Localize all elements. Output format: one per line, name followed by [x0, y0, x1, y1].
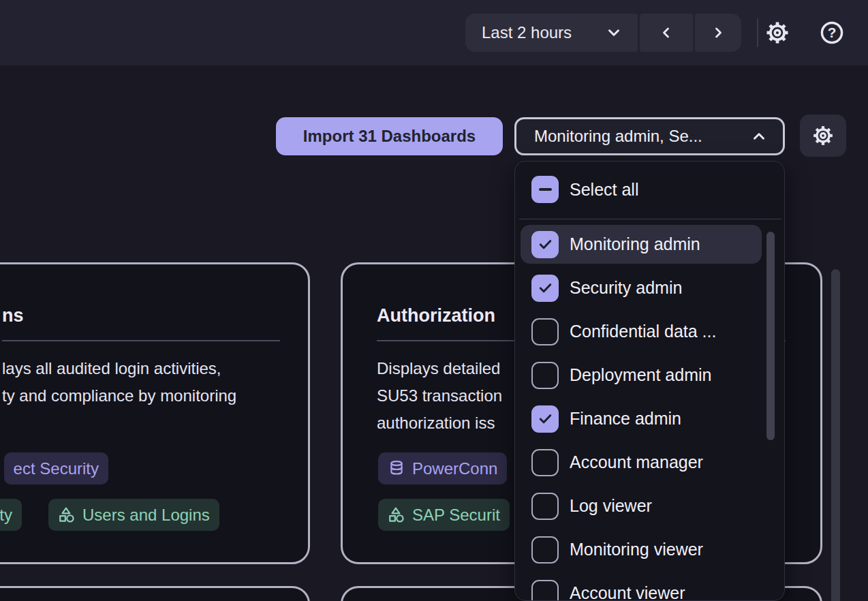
checkbox-unchecked[interactable]	[531, 536, 559, 564]
gear-icon	[764, 20, 790, 46]
tag-label: Users and Logins	[82, 506, 210, 525]
time-range-next-button[interactable]	[695, 14, 741, 52]
dropdown-option[interactable]: Monitoring admin	[521, 225, 762, 264]
card-description-line: lays all audited login activities,	[2, 355, 236, 382]
minus-icon	[539, 188, 552, 191]
select-all-label: Select all	[570, 180, 638, 200]
checkbox-unchecked[interactable]	[531, 580, 559, 601]
card-title: Authorization	[377, 304, 495, 327]
dropdown-option-label: Monitoring viewer	[570, 540, 703, 559]
checkbox-unchecked[interactable]	[531, 362, 559, 389]
help-icon: ?	[819, 20, 845, 46]
dropdown-option[interactable]: Confidential data ...	[521, 312, 762, 351]
dropdown-option-label: Confidential data ...	[570, 322, 716, 341]
card-title: ns	[2, 304, 24, 327]
dropdown-option-label: Monitoring admin	[570, 234, 700, 254]
shapes-icon	[388, 506, 405, 524]
dropdown-divider	[519, 219, 781, 219]
help-button[interactable]: ?	[818, 19, 846, 46]
dropdown-scrollbar[interactable]	[766, 232, 775, 440]
svg-text:?: ?	[828, 25, 837, 40]
select-all-option[interactable]: Select all	[521, 170, 762, 209]
gear-icon	[811, 124, 835, 147]
dropdown-option-label: Deployment admin	[570, 365, 711, 385]
time-range-previous-button[interactable]	[640, 14, 693, 52]
tag-sap-security: SAP Securit	[378, 499, 510, 531]
dropdown-option-label: Account viewer	[570, 583, 685, 601]
tag-label: ect Security	[14, 459, 99, 478]
tag-label: SAP Securit	[412, 506, 500, 525]
checkbox-unchecked[interactable]	[531, 449, 559, 476]
checkbox-checked[interactable]	[531, 231, 559, 258]
checkbox-unchecked[interactable]	[531, 318, 559, 345]
chevron-down-icon	[605, 24, 623, 42]
card-description: lays all audited login activities, ty an…	[2, 355, 236, 410]
checkbox-unchecked[interactable]	[531, 493, 559, 520]
dropdown-option-label: Finance admin	[570, 409, 681, 429]
chevron-left-icon	[658, 25, 675, 41]
topbar-divider	[757, 18, 758, 47]
time-range-button[interactable]: Last 2 hours	[465, 14, 638, 52]
tag-users-and-logins: Users and Logins	[48, 499, 219, 531]
card-description: Displays detailed SU53 transaction autho…	[377, 355, 502, 437]
tag-powerconnect-security: ect Security	[4, 452, 108, 484]
dropdown-option-label: Log viewer	[570, 496, 652, 516]
filter-settings-button[interactable]	[800, 114, 846, 157]
import-dashboards-button[interactable]: Import 31 Dashboards	[276, 117, 503, 155]
chevron-right-icon	[710, 25, 726, 41]
dropdown-option[interactable]: Account manager	[521, 443, 762, 482]
tag-powerconnect: PowerConn	[378, 452, 507, 484]
dropdown-option[interactable]: Finance admin	[521, 399, 762, 438]
chevron-up-icon	[750, 127, 768, 145]
dropdown-option[interactable]: Log viewer	[521, 487, 762, 525]
settings-button[interactable]	[764, 19, 791, 46]
checkbox-checked[interactable]	[531, 275, 559, 302]
card-title-divider	[2, 340, 280, 341]
dashboard-card-row2-left[interactable]	[0, 586, 310, 601]
card-description-line: SU53 transaction	[377, 382, 502, 410]
select-all-checkbox[interactable]	[531, 176, 559, 203]
dropdown-option[interactable]: Security admin	[521, 268, 762, 307]
dropdown-option-list: Monitoring admin Security admin Confiden…	[521, 225, 762, 601]
time-range-label: Last 2 hours	[482, 23, 572, 42]
permission-filter-value: Monitoring admin, Se...	[534, 127, 702, 146]
dashboard-card-users-logins[interactable]: ns lays all audited login activities, ty…	[0, 262, 310, 564]
dropdown-option[interactable]: Deployment admin	[521, 356, 762, 395]
tag-sap-security: ty	[0, 499, 22, 531]
dropdown-option-label: Account manager	[570, 452, 703, 472]
permission-filter-select[interactable]: Monitoring admin, Se...	[514, 117, 785, 155]
dropdown-option[interactable]: Monitoring viewer	[521, 530, 762, 569]
dropdown-option-label: Security admin	[570, 278, 682, 298]
permission-dropdown-panel: Select all Monitoring admin Security adm…	[514, 161, 785, 601]
card-description-line: authorization iss	[377, 410, 502, 437]
card-description-line: ty and compliance by monitoring	[2, 382, 236, 410]
checkbox-checked[interactable]	[531, 405, 559, 433]
tag-label: PowerConn	[412, 459, 497, 478]
shapes-icon	[58, 506, 76, 524]
page-scrollbar[interactable]	[831, 269, 840, 601]
card-description-line: Displays detailed	[377, 355, 502, 382]
tag-label: ty	[0, 506, 12, 525]
dropdown-option[interactable]: Account viewer	[521, 574, 762, 601]
topbar: Last 2 hours	[0, 0, 868, 65]
database-icon	[388, 460, 405, 478]
